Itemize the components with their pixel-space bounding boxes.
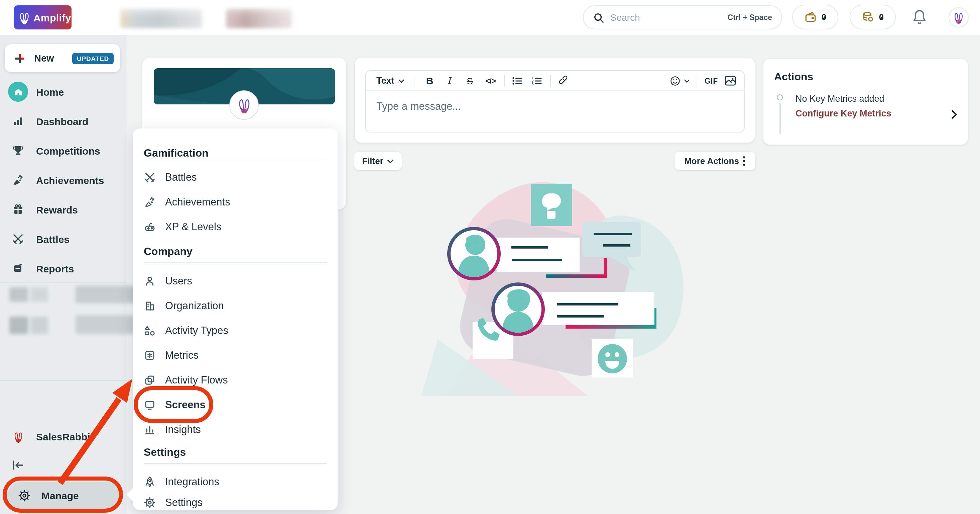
menu-item-label: Activity Flows [165,374,228,386]
image-icon[interactable] [725,76,736,86]
search-icon [593,12,604,23]
menu-item-activity-types[interactable]: Activity Types [144,318,327,343]
sidebar-item-label: Home [36,86,64,97]
more-actions-label: More Actions [684,156,739,166]
person-icon [144,275,156,287]
censored-sidebar-block [4,284,114,350]
text-style-value: Text [376,76,395,86]
link-icon[interactable] [559,75,570,86]
composer-placeholder: Type a message... [376,101,461,112]
gift-icon [7,199,29,220]
censored-header-text-2 [226,9,292,28]
user-avatar[interactable] [948,7,969,27]
configure-key-metrics-link[interactable]: Configure Key Metrics [795,109,891,118]
menu-item-battles[interactable]: Battles [144,164,327,189]
collapse-icon [11,459,25,471]
chevron-down-icon [387,159,394,163]
sidebar-item-reports[interactable]: Reports [0,256,126,281]
app-root: Amplify Search Ctrl + Space 0 0 New UPDA… [0,0,980,514]
crossed-swords-icon [144,171,156,183]
menu-item-label: Users [165,275,192,287]
new-button[interactable]: New UPDATED [5,44,120,72]
sidebar-item-battles[interactable]: Battles [0,227,126,251]
rocket-icon [144,476,156,488]
shapes-icon [144,324,156,336]
menu-item-label: Achievements [165,196,230,208]
strikethrough-icon[interactable]: S [463,75,477,86]
svg-text:3: 3 [531,81,533,85]
sidebar-item-competitions[interactable]: Competitions [0,139,126,163]
gif-label: GIF [705,77,718,85]
message-editor[interactable]: Text B I S </> 123 [365,70,745,132]
reports-icon [7,258,29,279]
user-avatar-rabbit-icon [953,11,964,24]
game-controller-icon [144,220,156,233]
sidebar-item-label: Dashboard [36,115,89,127]
wallet-icon [804,11,817,24]
team-chat-illustration [411,176,692,396]
kebab-menu-icon [743,156,746,166]
notifications-button[interactable] [911,9,928,26]
metric-square-icon [144,349,156,361]
chevron-down-icon [398,79,404,83]
filter-button[interactable]: Filter [354,152,402,170]
sidebar-item-dashboard[interactable]: Dashboard [0,109,126,133]
manage-flyout-menu: Gamification Battles Achievements XP & L… [133,129,337,510]
trophy-icon [7,140,29,161]
collapse-sidebar-button[interactable] [11,459,25,471]
menu-section-gamification: Gamification [144,147,208,159]
crossed-swords-icon [7,228,29,250]
actions-title: Actions [774,71,813,83]
sidebar-item-label: Reports [36,263,74,274]
emoji-chevron-icon[interactable] [684,79,690,83]
bullet-list-icon[interactable] [512,76,523,85]
menu-item-xp-levels[interactable]: XP & Levels [144,214,327,239]
annotation-arrow [47,368,140,495]
menu-item-metrics[interactable]: Metrics [144,343,327,367]
profile-rabbit-icon [237,96,251,114]
chevron-right-icon[interactable] [951,110,957,119]
timeline-dot-icon [777,94,783,101]
censored-header-text-1 [120,9,202,28]
code-icon[interactable]: </> [481,77,500,85]
italic-icon[interactable]: I [442,75,457,86]
bell-icon [911,9,928,26]
menu-item-users[interactable]: Users [144,268,327,293]
sidebar-item-rewards[interactable]: Rewards [0,198,126,222]
smiley-icon [592,339,633,377]
menu-item-label: XP & Levels [165,220,221,233]
plus-icon [14,53,25,64]
amplify-logo[interactable]: Amplify [14,5,72,29]
sidebar-item-achievements[interactable]: Achievements [0,168,126,192]
bar-chart-icon [7,110,29,132]
text-style-dropdown[interactable]: Text [376,76,404,86]
filter-label: Filter [362,156,383,166]
illustration-avatar-1 [447,227,501,281]
search-input[interactable]: Search Ctrl + Space [583,5,782,29]
sidebar-item-label: Competitions [36,145,100,156]
menu-section-company: Company [144,246,192,258]
sidebar-item-home[interactable]: Home [0,80,126,104]
gif-button[interactable]: GIF [705,77,718,85]
actions-panel: Actions No Key Metrics added Configure K… [764,59,968,145]
updated-badge: UPDATED [72,53,114,64]
new-button-label: New [34,53,64,64]
menu-item-label: Battles [165,171,197,183]
emoji-icon[interactable] [670,75,681,86]
numbered-list-icon[interactable]: 123 [531,76,542,85]
sidebar-item-label: Battles [36,233,70,244]
wallet-balance-button[interactable]: 0 [792,5,838,29]
chat-bar-1 [497,238,579,272]
profile-avatar[interactable] [229,90,259,120]
menu-item-achievements[interactable]: Achievements [144,189,327,214]
top-header: Amplify Search Ctrl + Space 0 0 [0,0,980,35]
menu-item-organization[interactable]: Organization [144,293,327,318]
bold-icon[interactable]: B [423,75,437,86]
annotation-circle-screens [134,386,213,423]
menu-item-settings[interactable]: Settings [144,490,327,514]
more-actions-button[interactable]: More Actions [675,152,756,170]
menu-item-label: Integrations [165,476,219,488]
search-placeholder: Search [610,12,721,23]
menu-item-label: Metrics [165,349,199,361]
coins-balance-button[interactable]: 0 [850,5,896,29]
